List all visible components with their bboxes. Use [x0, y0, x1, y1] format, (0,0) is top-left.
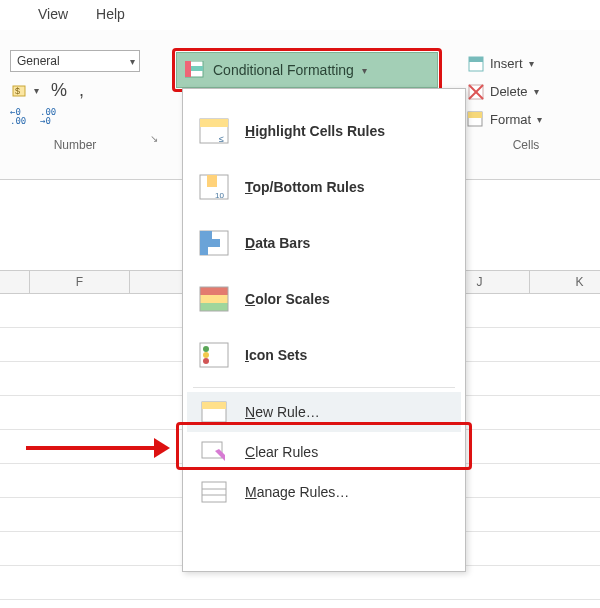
col-header-blank: [0, 271, 30, 293]
svg-text:≤: ≤: [219, 134, 224, 144]
menu-new-rule[interactable]: New Rule…: [187, 392, 461, 432]
number-group-label: Number: [10, 138, 140, 152]
menu-clear-rules[interactable]: Clear Rules: [187, 432, 461, 472]
col-header-k[interactable]: K: [530, 271, 600, 293]
icon-sets-icon: [197, 340, 231, 370]
data-bars-icon: [197, 228, 231, 258]
svg-rect-20: [207, 175, 217, 187]
conditional-formatting-menu: ≤ Highlight Cells Rules 10 Top/Bottom Ru…: [182, 88, 466, 572]
svg-rect-25: [200, 247, 208, 255]
conditional-formatting-button[interactable]: Conditional Formatting ▾: [176, 52, 438, 88]
svg-rect-10: [469, 57, 483, 62]
svg-rect-35: [202, 402, 226, 409]
svg-point-33: [203, 358, 209, 364]
highlight-cells-icon: ≤: [197, 116, 231, 146]
format-icon: [466, 110, 484, 128]
menu-highlight-cells-label: Highlight Cells Rules: [245, 123, 451, 139]
delete-label: Delete: [490, 84, 528, 99]
insert-icon: [466, 54, 484, 72]
menu-new-rule-label: New Rule…: [245, 404, 451, 420]
top-bottom-icon: 10: [197, 172, 231, 202]
svg-point-32: [203, 352, 209, 358]
manage-rules-icon: [197, 477, 231, 507]
svg-point-31: [203, 346, 209, 352]
number-dialog-launcher-icon[interactable]: ↘: [150, 133, 158, 144]
accounting-chevron-icon[interactable]: ▾: [34, 85, 39, 96]
group-cells: Insert ▾ Delete ▾ Format ▾ Cells: [466, 54, 586, 152]
chevron-down-icon: ▾: [529, 58, 534, 69]
svg-rect-17: [200, 119, 228, 127]
conditional-formatting-label: Conditional Formatting: [213, 62, 354, 78]
cells-group-label: Cells: [466, 138, 586, 152]
menu-manage-rules[interactable]: Manage Rules…: [187, 472, 461, 512]
menu-top-bottom-rules[interactable]: 10 Top/Bottom Rules: [187, 159, 461, 215]
insert-button[interactable]: Insert ▾: [466, 54, 586, 72]
chevron-down-icon: ▾: [130, 56, 135, 67]
menu-view[interactable]: View: [38, 6, 68, 22]
svg-rect-23: [200, 231, 212, 239]
delete-icon: [466, 82, 484, 100]
insert-label: Insert: [490, 56, 523, 71]
svg-text:→0: →0: [40, 116, 51, 125]
format-button[interactable]: Format ▾: [466, 110, 586, 128]
menu-separator: [193, 387, 455, 388]
svg-text:.00: .00: [10, 116, 26, 125]
menu-manage-rules-label: Manage Rules…: [245, 484, 451, 500]
svg-rect-15: [468, 112, 482, 118]
svg-rect-26: [200, 287, 228, 295]
comma-style-button[interactable]: ,: [79, 80, 84, 101]
clear-rules-icon: [197, 437, 231, 467]
menu-color-scales[interactable]: Color Scales: [187, 271, 461, 327]
svg-rect-24: [200, 239, 220, 247]
delete-button[interactable]: Delete ▾: [466, 82, 586, 100]
increase-decimal-button[interactable]: ←0.00: [10, 107, 32, 128]
col-header-f[interactable]: F: [30, 271, 130, 293]
chevron-down-icon: ▾: [362, 65, 367, 76]
menu-top-bottom-label: Top/Bottom Rules: [245, 179, 451, 195]
svg-text:10: 10: [215, 191, 224, 200]
svg-rect-38: [202, 482, 226, 502]
menu-clear-rules-label: Clear Rules: [245, 444, 451, 460]
menu-highlight-cells-rules[interactable]: ≤ Highlight Cells Rules: [187, 103, 461, 159]
menu-icon-sets-label: Icon Sets: [245, 347, 451, 363]
number-format-value: General: [17, 54, 60, 68]
menu-data-bars-label: Data Bars: [245, 235, 451, 251]
conditional-formatting-icon: [185, 60, 205, 80]
decrease-decimal-button[interactable]: .00→0: [40, 107, 62, 128]
format-label: Format: [490, 112, 531, 127]
chevron-down-icon: ▾: [537, 114, 542, 125]
number-format-dropdown[interactable]: General ▾: [10, 50, 140, 72]
accounting-number-icon[interactable]: $: [10, 81, 30, 101]
menu-data-bars[interactable]: Data Bars: [187, 215, 461, 271]
menu-icon-sets[interactable]: Icon Sets: [187, 327, 461, 383]
percent-style-button[interactable]: %: [51, 80, 67, 101]
menu-help[interactable]: Help: [96, 6, 125, 22]
group-number: General ▾ $ ▾ % , ←0.00 .00→0 Number ↘: [10, 50, 160, 152]
color-scales-icon: [197, 284, 231, 314]
svg-text:$: $: [15, 86, 20, 96]
menu-color-scales-label: Color Scales: [245, 291, 451, 307]
svg-rect-27: [200, 295, 228, 303]
new-rule-icon: [197, 397, 231, 427]
svg-rect-7: [185, 61, 191, 77]
annotation-arrow: [26, 438, 176, 458]
chevron-down-icon: ▾: [534, 86, 539, 97]
svg-rect-8: [191, 66, 203, 71]
svg-rect-28: [200, 303, 228, 311]
